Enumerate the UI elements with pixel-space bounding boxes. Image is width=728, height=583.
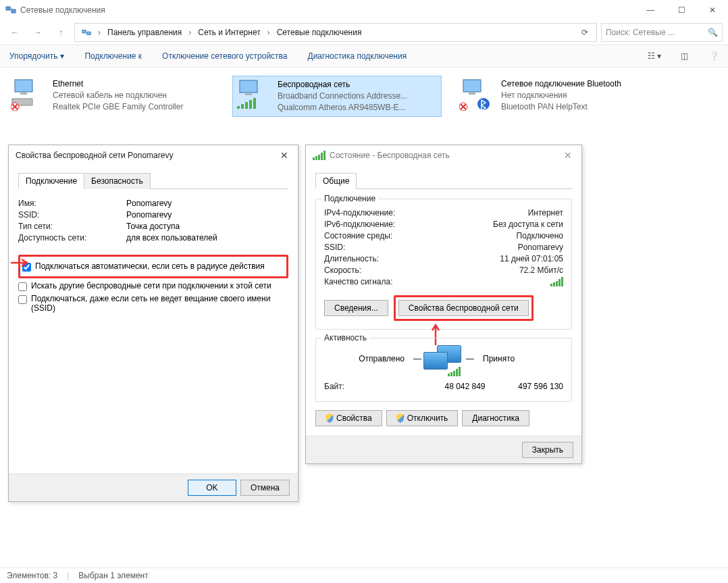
properties-button[interactable]: Свойства	[315, 410, 382, 426]
speed-label: Скорость:	[324, 265, 432, 275]
item-adapter: Realtek PCIe GBE Family Controller	[53, 101, 183, 113]
svg-rect-2	[82, 30, 86, 33]
received-label: Принято	[476, 354, 563, 363]
tabbar: Подключение Безопасность	[18, 172, 288, 189]
chevron-right-icon: ›	[265, 28, 273, 37]
close-dialog-button[interactable]: Закрыть	[522, 442, 573, 458]
close-button[interactable]: ✕	[697, 0, 728, 20]
chevron-right-icon: ›	[186, 28, 194, 37]
lookup-other-checkbox[interactable]	[18, 282, 27, 291]
minimize-button[interactable]: ―	[635, 0, 666, 20]
connection-item-ethernet[interactable]: Ethernet Сетевой кабель не подключен Rea…	[8, 76, 217, 116]
item-name: Беспроводная сеть	[278, 79, 407, 91]
tab-general[interactable]: Общие	[315, 173, 357, 189]
wifi-icon	[236, 79, 272, 111]
item-status: Сетевой кабель не подключен	[53, 90, 183, 101]
dialog-title: Состояние - Беспроводная сеть	[330, 151, 561, 160]
app-icon	[5, 5, 16, 16]
up-button[interactable]: ↑	[51, 23, 70, 42]
organize-menu[interactable]: Упорядочить ▾	[5, 49, 68, 64]
activity-group: Активность Отправлено — — Принято Байт: …	[315, 338, 572, 402]
chevron-right-icon: ›	[95, 28, 103, 37]
breadcrumb-segment[interactable]: Сеть и Интернет	[194, 24, 264, 41]
connection-group-label: Подключение	[321, 194, 378, 203]
view-mode-button[interactable]: ☷ ▾	[646, 47, 663, 65]
svg-rect-4	[15, 80, 32, 92]
search-icon: 🔍	[708, 28, 718, 37]
svg-rect-15	[463, 80, 481, 92]
search-placeholder: Поиск: Сетевые ...	[606, 28, 675, 37]
wifi-properties-button[interactable]: Свойства беспроводной сети	[398, 300, 529, 316]
name-label: Имя:	[18, 199, 126, 208]
svg-rect-3	[87, 32, 90, 34]
wifi-status-dialog: Состояние - Беспроводная сеть ✕ Общие По…	[305, 145, 582, 464]
ok-button[interactable]: OK	[188, 480, 236, 496]
red-arrow-icon	[11, 258, 31, 268]
svg-rect-14	[253, 98, 256, 109]
nav-row: ← → ↑ › Панель управления › Сеть и Интер…	[0, 20, 728, 45]
ssid-label: SSID:	[324, 243, 432, 252]
connection-list: Ethernet Сетевой кабель не подключен Rea…	[0, 68, 728, 125]
dialog-title: Свойства беспроводной сети Ponomarevy	[16, 151, 278, 160]
nettype-label: Тип сети:	[18, 222, 126, 231]
item-name: Ethernet	[53, 78, 183, 90]
connection-item-wifi[interactable]: Беспроводная сеть Broadband Connections …	[232, 76, 442, 117]
status-bar: Элементов: 3 | Выбран 1 элемент	[0, 567, 728, 583]
bytes-sent-value: 48 042 849	[432, 382, 498, 391]
dialog-close-button[interactable]: ✕	[278, 150, 291, 161]
lookup-other-label: Искать другие беспроводные сети при подк…	[31, 281, 271, 290]
diagnose-button[interactable]: Диагностика подключения	[304, 49, 411, 64]
window-title: Сетевые подключения	[20, 5, 635, 15]
connection-group: Подключение IPv4-подключение:Интернет IP…	[315, 199, 572, 330]
ssid-value: Ponomarevy	[432, 243, 563, 252]
svg-rect-8	[240, 80, 257, 93]
tab-connection[interactable]: Подключение	[18, 173, 84, 189]
cancel-button[interactable]: Отмена	[240, 480, 290, 496]
breadcrumb-segment[interactable]: Сетевые подключения	[273, 24, 366, 41]
disable-device-button[interactable]: Отключение сетевого устройства	[158, 49, 291, 64]
disable-button[interactable]: Отключить	[386, 410, 459, 426]
item-status: Нет подключения	[501, 90, 621, 101]
ipv6-label: IPv6-подключение:	[324, 220, 432, 229]
ipv4-label: IPv4-подключение:	[324, 208, 432, 218]
preview-pane-button[interactable]: ◫	[675, 47, 693, 65]
wifi-properties-dialog: Свойства беспроводной сети Ponomarevy ✕ …	[8, 145, 298, 502]
search-input[interactable]: Поиск: Сетевые ... 🔍	[601, 23, 723, 42]
tabbar: Общие	[315, 172, 572, 189]
media-value: Подключено	[432, 231, 563, 240]
help-button[interactable]: ❔	[705, 47, 723, 65]
svg-rect-12	[245, 102, 248, 109]
back-button[interactable]: ←	[5, 23, 24, 42]
monitors-icon	[423, 345, 464, 372]
connect-to-button[interactable]: Подключение к	[80, 49, 146, 64]
signal-icon	[313, 151, 326, 160]
svg-rect-5	[20, 92, 27, 95]
dialog-button-row: OK Отмена	[9, 474, 298, 501]
svg-rect-10	[237, 106, 240, 109]
svg-rect-13	[249, 100, 252, 109]
forward-button[interactable]: →	[28, 23, 47, 42]
signal-bars-icon	[432, 277, 563, 288]
duration-label: Длительность:	[324, 254, 432, 263]
diagnose-button[interactable]: Диагностика	[462, 410, 529, 426]
connect-hidden-checkbox[interactable]	[18, 295, 27, 304]
item-name: Сетевое подключение Bluetooth	[501, 78, 621, 90]
breadcrumb-segment[interactable]: Панель управления	[103, 24, 186, 41]
item-status: Broadband Connections Addresse...	[278, 91, 407, 102]
tab-security[interactable]: Безопасность	[84, 173, 151, 189]
ethernet-icon	[11, 78, 47, 111]
details-button[interactable]: Сведения...	[324, 300, 388, 316]
maximize-button[interactable]: ☐	[666, 0, 697, 20]
refresh-button[interactable]: ⟳	[576, 28, 594, 37]
ssid-value: Ponomarevy	[126, 210, 288, 220]
dialog-close-button[interactable]: ✕	[561, 150, 575, 161]
shield-icon	[326, 413, 334, 423]
ssid-label: SSID:	[18, 210, 126, 220]
connection-item-bluetooth[interactable]: Сетевое подключение Bluetooth Нет подклю…	[457, 76, 666, 116]
highlight-wifi-props: Свойства беспроводной сети	[394, 295, 534, 321]
svg-rect-9	[245, 93, 252, 95]
toolbar: Упорядочить ▾ Подключение к Отключение с…	[0, 45, 728, 68]
highlight-auto-connect: Подключаться автоматически, если сеть в …	[18, 255, 288, 278]
address-bar[interactable]: › Панель управления › Сеть и Интернет › …	[74, 23, 597, 42]
dialog-button-row: Закрыть	[306, 436, 581, 463]
